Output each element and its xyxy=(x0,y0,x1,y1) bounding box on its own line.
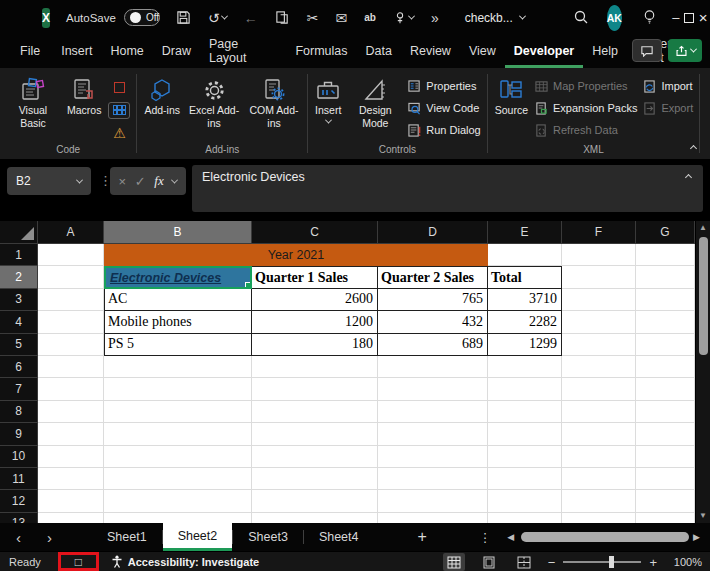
tab-insert[interactable]: Insert xyxy=(52,37,101,68)
cell-E2[interactable]: Total xyxy=(488,266,562,288)
mail-button[interactable]: ✉ xyxy=(336,10,348,26)
insert-controls-button[interactable]: Insert xyxy=(312,72,344,124)
import-button[interactable]: Import xyxy=(643,76,693,96)
zoom-slider-thumb[interactable] xyxy=(609,556,614,568)
cell-E10[interactable] xyxy=(488,446,562,468)
cell-B6[interactable] xyxy=(104,356,252,378)
properties-button[interactable]: Properties xyxy=(408,76,480,96)
cell-E4[interactable]: 2282 xyxy=(488,311,562,333)
cell-C4[interactable]: 1200 xyxy=(252,311,378,333)
close-button[interactable]: × xyxy=(696,0,710,35)
more-commands-button[interactable]: » xyxy=(431,10,439,26)
run-dialog-button[interactable]: Run Dialog xyxy=(408,120,480,140)
page-layout-view-button[interactable] xyxy=(478,553,500,571)
minimize-button[interactable]: – xyxy=(669,0,683,35)
cell-B5[interactable]: PS 5 xyxy=(104,334,252,356)
cell-B10[interactable] xyxy=(104,446,252,468)
row-header-8[interactable]: 8 xyxy=(0,401,38,423)
view-code-button[interactable]: View Code xyxy=(408,98,480,118)
cell-F8[interactable] xyxy=(562,401,636,423)
cell-F3[interactable] xyxy=(562,289,636,311)
cell-G12[interactable] xyxy=(636,490,695,512)
tab-developer[interactable]: Developer xyxy=(505,37,583,68)
cell-A2[interactable] xyxy=(38,266,104,288)
cell-C3[interactable]: 2600 xyxy=(252,289,378,311)
cell-F12[interactable] xyxy=(562,490,636,512)
cell-E3[interactable]: 3710 xyxy=(488,289,562,311)
design-mode-button[interactable]: Design Mode xyxy=(346,72,404,129)
cell-F9[interactable] xyxy=(562,423,636,445)
row-header-7[interactable]: 7 xyxy=(0,378,38,400)
cell-C11[interactable] xyxy=(252,468,378,490)
cell-C12[interactable] xyxy=(252,490,378,512)
cell-F7[interactable] xyxy=(562,378,636,400)
insert-function-button[interactable]: fx xyxy=(154,173,163,189)
accessibility-status[interactable]: Accessibility: Investigate xyxy=(111,555,259,568)
tab-file[interactable]: File xyxy=(8,37,52,68)
cell-G8[interactable] xyxy=(636,401,695,423)
cell-G2[interactable] xyxy=(636,266,695,288)
tab-view[interactable]: View xyxy=(460,37,505,68)
column-header-G[interactable]: G xyxy=(636,221,695,244)
back-button[interactable]: ← xyxy=(244,10,258,26)
cell-D10[interactable] xyxy=(378,446,488,468)
cell-D13[interactable] xyxy=(378,513,488,523)
com-addins-button[interactable]: COM Add-ins xyxy=(245,72,303,129)
cell-E5[interactable]: 1299 xyxy=(488,334,562,356)
cell-G10[interactable] xyxy=(636,446,695,468)
sheet-tab-sheet1[interactable]: Sheet1 xyxy=(92,523,162,551)
cell-A8[interactable] xyxy=(38,401,104,423)
touch-mode-button[interactable] xyxy=(393,11,414,25)
cell-C6[interactable] xyxy=(252,356,378,378)
tab-page-layout[interactable]: Page Layout xyxy=(200,37,286,68)
scroll-right-icon[interactable]: ▶ xyxy=(693,532,700,542)
tab-data[interactable]: Data xyxy=(357,37,401,68)
save-button[interactable] xyxy=(176,10,191,25)
cell-E8[interactable] xyxy=(488,401,562,423)
cell-F5[interactable] xyxy=(562,334,636,356)
row-header-2[interactable]: 2 xyxy=(0,266,38,288)
cell-G4[interactable] xyxy=(636,311,695,333)
sheet-options-button[interactable]: ⋮ xyxy=(479,523,492,551)
column-header-F[interactable]: F xyxy=(562,221,636,244)
column-header-D[interactable]: D xyxy=(378,221,488,244)
map-properties-button[interactable]: Map Properties xyxy=(535,76,637,96)
cell-C7[interactable] xyxy=(252,378,378,400)
checkbox-icon[interactable]: □ xyxy=(75,556,82,568)
cell-C5[interactable]: 180 xyxy=(252,334,378,356)
cell-D4[interactable]: 432 xyxy=(378,311,488,333)
search-button[interactable] xyxy=(573,9,589,27)
cancel-button[interactable]: × xyxy=(119,174,127,189)
cell-B3[interactable]: AC xyxy=(104,289,252,311)
tab-home[interactable]: Home xyxy=(101,37,152,68)
cell-D9[interactable] xyxy=(378,423,488,445)
cell-D11[interactable] xyxy=(378,468,488,490)
cell-C2[interactable]: Quarter 1 Sales xyxy=(252,266,378,288)
horizontal-scrollbar[interactable]: ◀ ▶ xyxy=(491,523,710,551)
cell-G9[interactable] xyxy=(636,423,695,445)
macros-button[interactable]: Macros xyxy=(64,72,104,117)
avatar[interactable]: AK xyxy=(607,5,622,31)
cell-D7[interactable] xyxy=(378,378,488,400)
cell-A3[interactable] xyxy=(38,289,104,311)
row-header-10[interactable]: 10 xyxy=(0,446,38,468)
tab-draw[interactable]: Draw xyxy=(153,37,200,68)
refresh-data-button[interactable]: Refresh Data xyxy=(535,120,637,140)
cell-A5[interactable] xyxy=(38,334,104,356)
cell-C13[interactable] xyxy=(252,513,378,523)
cell-D8[interactable] xyxy=(378,401,488,423)
tab-help[interactable]: Help xyxy=(583,37,627,68)
cell-D2[interactable]: Quarter 2 Sales xyxy=(378,266,488,288)
cell-E13[interactable] xyxy=(488,513,562,523)
sheet-tab-sheet3[interactable]: Sheet3 xyxy=(233,523,303,551)
cell-B11[interactable] xyxy=(104,468,252,490)
row-header-9[interactable]: 9 xyxy=(0,423,38,445)
cell-B12[interactable] xyxy=(104,490,252,512)
cell-B4[interactable]: Mobile phones xyxy=(104,311,252,333)
cell-A1[interactable] xyxy=(38,244,104,266)
row-header-4[interactable]: 4 xyxy=(0,311,38,333)
page-break-view-button[interactable] xyxy=(513,553,535,571)
share-button[interactable] xyxy=(668,39,702,62)
cell-B8[interactable] xyxy=(104,401,252,423)
scroll-up-icon[interactable]: ▲ xyxy=(699,221,707,235)
